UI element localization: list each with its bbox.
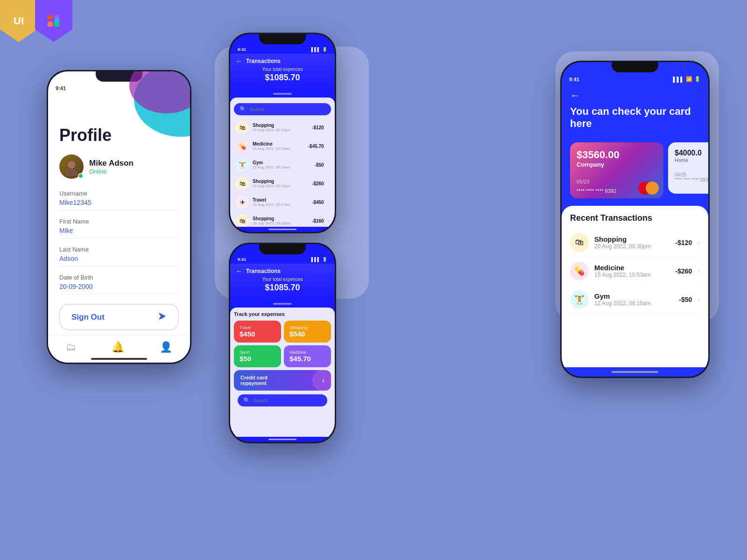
search-input-bot[interactable] <box>253 398 322 403</box>
shopping-recent-icon: 🛍 <box>570 233 589 252</box>
notch <box>259 244 306 254</box>
field-value: Mike12345 <box>59 199 179 210</box>
field-label: Last Name <box>59 246 179 253</box>
card-screen-title: You can check your card here <box>570 105 700 130</box>
expense-medicine: Medicine $45.70 <box>284 345 331 367</box>
home-indicator-card <box>612 371 658 373</box>
card-amount-sec: $4000.0 <box>675 149 708 157</box>
phone-transactions-top: 9:41 ▌▌▌ 🔋 ← Transactions Your total exp… <box>229 33 336 233</box>
back-button[interactable]: ← <box>236 57 242 65</box>
profile-title: Profile <box>59 126 179 145</box>
trans-list-bg: 🔍 🛍 Shopping 20 Aug 2022, 06:30pm -$120 … <box>230 98 335 227</box>
pill <box>273 303 292 305</box>
signout-label: Sign Out <box>71 313 105 322</box>
online-indicator <box>78 173 84 179</box>
medicine-recent-icon: 💊 <box>570 262 589 280</box>
notch <box>612 62 658 72</box>
trans-header: ← Transactions Your total expences $1085… <box>230 54 335 89</box>
card-home-label: Home <box>675 157 708 163</box>
field-value: Adson <box>59 255 179 266</box>
recent-shopping: 🛍 Shopping 20 Aug 2022, 06:30pm -$120 › <box>570 229 700 257</box>
track-title: Track your expenses <box>234 311 331 317</box>
svg-rect-1 <box>48 21 53 27</box>
card-expiry-sec: 04/25 <box>675 172 708 177</box>
nav-profile-icon[interactable]: 👤 <box>160 341 172 353</box>
chevron-right-icon: › <box>322 377 324 384</box>
field-value: 20-09-2000 <box>59 283 179 294</box>
badge-ui-label: UI <box>14 15 24 27</box>
field-username: Username Mike12345 <box>59 190 179 210</box>
trans-item-medicine: 💊 Medicine 15 Aug 2022, 10:53am -$45.70 … <box>230 137 335 155</box>
profile-user: Mike Adson Online <box>59 154 179 179</box>
home-indicator <box>268 439 296 440</box>
expense-travel: Travel $450 <box>234 321 281 343</box>
phone-transactions-bottom: 9:41 ▌▌▌ 🔋 ← Transactions Your total exp… <box>229 243 336 443</box>
field-value: Mike <box>59 227 179 238</box>
home-indicator <box>268 229 296 230</box>
trans-item-gym: 🏋 Gym 12 Aug 2022, 08:10am -$50 › <box>230 155 335 174</box>
expense-shopping: Shopping $540 <box>284 321 331 343</box>
gym-recent-icon: 🏋 <box>570 290 589 309</box>
svg-rect-4 <box>54 21 59 27</box>
badge-figma <box>35 0 72 42</box>
search-bar-bottom: 🔍 <box>234 394 331 406</box>
svg-point-8 <box>65 168 78 176</box>
time-profile: 9:41 <box>56 85 66 91</box>
card-number-sec: **** **** **** 6934 <box>675 177 708 182</box>
chevron-icon: › <box>698 296 700 303</box>
search-icon: 🔍 <box>240 106 247 112</box>
avatar <box>59 154 84 179</box>
trans-item-shopping1: 🛍 Shopping 20 Aug 2022, 06:30pm -$120 › <box>230 118 335 137</box>
credit-card-repayment-button[interactable]: Credit card repayment › <box>234 370 331 391</box>
card-expiry: 01/23 <box>577 179 590 184</box>
nav-wallet-icon[interactable]: 🗂 <box>66 341 76 353</box>
travel-icon: ✈ <box>236 196 249 209</box>
field-dob: Date of Birth 20-09-2000 <box>59 274 179 294</box>
time-card: 9:41 <box>569 77 579 82</box>
nav-bell-icon[interactable]: 🔔 <box>112 341 124 353</box>
search-bar-bot[interactable]: 🔍 <box>238 394 327 406</box>
signout-button[interactable]: Sign Out ⮞ <box>59 304 179 330</box>
card-home: $4000.0 Home 04/25 **** **** **** 6934 <box>668 142 708 194</box>
pill <box>273 93 292 95</box>
card-screen-header: ← You can check your card here <box>562 84 708 142</box>
cards-carousel: $3560.00 Company 01/23 **** **** **** 83… <box>562 142 708 198</box>
trans-sub: Your total expences <box>236 67 329 72</box>
svg-rect-0 <box>48 15 53 20</box>
card-number: **** **** **** 8392 <box>577 188 616 194</box>
trans-amount: $1085.70 <box>236 73 329 83</box>
phone-card-check: 9:41 ▌▌▌ 📶 🔋 ← You can check your card h… <box>560 61 710 378</box>
card-company-label: Company <box>577 161 657 168</box>
gym-icon: 🏋 <box>236 158 249 171</box>
trans-item-shopping3: 🛍 Shopping 28 July 2022, 09:03pm -$160 › <box>230 211 335 227</box>
time: 9:41 <box>238 47 246 52</box>
trans-item-shopping2: 🛍 Shopping 10 Aug 2022, 09:02pm -$260 › <box>230 174 335 193</box>
field-label: Username <box>59 190 179 197</box>
notch <box>259 34 306 44</box>
search-input[interactable] <box>249 107 325 112</box>
shopping-icon2: 🛍 <box>236 177 249 190</box>
search-icon: 🔍 <box>243 397 250 404</box>
trans-title: Transactions <box>246 58 281 64</box>
expense-grid: Travel $450 Shopping $540 Sport $50 Medi… <box>234 321 331 367</box>
time: 9:41 <box>238 257 246 262</box>
shopping-icon3: 🛍 <box>236 214 249 227</box>
search-bar[interactable]: 🔍 <box>234 103 331 115</box>
recent-transactions: Recent Transactions 🛍 Shopping 20 Aug 20… <box>562 206 708 367</box>
badge-ui: UI <box>0 0 37 42</box>
trans-title: Transactions <box>246 268 281 274</box>
mastercard-logo <box>638 182 659 195</box>
credit-label: Credit card <box>240 375 268 380</box>
status-icons: ▌▌▌ 📶 🔋 <box>673 76 701 82</box>
phone-profile: 9:41 Profile Mike Adson Online <box>47 70 191 364</box>
recent-title: Recent Transactions <box>570 213 700 223</box>
back-button-card[interactable]: ← <box>570 90 580 101</box>
field-label: Date of Birth <box>59 274 179 281</box>
repayment-label: repayment <box>240 380 268 386</box>
field-lastname: Last Name Adson <box>59 246 179 266</box>
back-button[interactable]: ← <box>236 267 242 275</box>
trans-amount: $1085.70 <box>236 283 329 293</box>
chevron-icon: › <box>698 239 700 246</box>
trans-item-travel: ✈ Travel 15 Aug 2022, 09:07am -$450 › <box>230 193 335 211</box>
shopping-icon: 🛍 <box>236 121 249 134</box>
